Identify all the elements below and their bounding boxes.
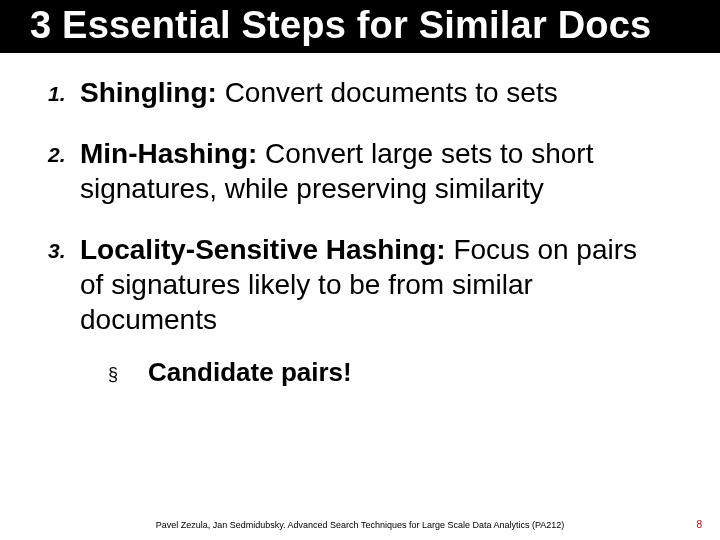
step-number: 2. [48,136,80,206]
slide-title: 3 Essential Steps for Similar Docs [30,4,700,47]
content-area: 1. Shingling: Convert documents to sets … [0,53,720,388]
step-item: 3. Locality-Sensitive Hashing: Focus on … [48,232,680,337]
step-number: 1. [48,75,80,110]
step-term: Locality-Sensitive Hashing: [80,234,446,265]
step-body: Min-Hashing: Convert large sets to short… [80,136,680,206]
step-number: 3. [48,232,80,337]
bullet-mark-icon: § [108,357,148,388]
step-item: 2. Min-Hashing: Convert large sets to sh… [48,136,680,206]
title-bar: 3 Essential Steps for Similar Docs [0,0,720,53]
page-number: 8 [696,519,702,530]
step-body: Locality-Sensitive Hashing: Focus on pai… [80,232,680,337]
step-body: Shingling: Convert documents to sets [80,75,578,110]
step-term: Min-Hashing: [80,138,257,169]
step-desc: Convert documents to sets [217,77,558,108]
step-item: 1. Shingling: Convert documents to sets [48,75,680,110]
sub-bullet-text: Candidate pairs! [148,357,352,388]
step-term: Shingling: [80,77,217,108]
footer-text: Pavel Zezula, Jan Sedmidubsky. Advanced … [0,520,720,530]
sub-bullet: § Candidate pairs! [108,357,680,388]
